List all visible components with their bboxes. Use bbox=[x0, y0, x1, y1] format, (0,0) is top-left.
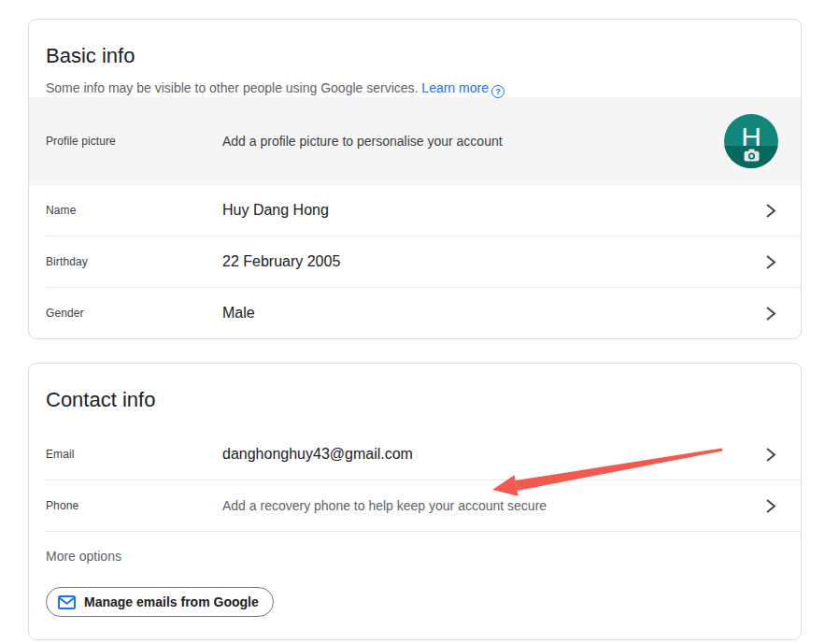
contact-info-header: Contact info bbox=[29, 364, 801, 429]
camera-icon bbox=[744, 149, 760, 165]
learn-more-link[interactable]: Learn more bbox=[421, 80, 489, 95]
more-options-link[interactable]: More options bbox=[46, 549, 121, 564]
basic-info-title: Basic info bbox=[46, 44, 784, 68]
basic-info-subtitle-text: Some info may be visible to other people… bbox=[46, 80, 418, 95]
chevron-right-icon bbox=[764, 254, 776, 270]
avatar[interactable]: H bbox=[724, 114, 778, 168]
email-row[interactable]: Email danghonghuy43@gmail.com bbox=[29, 429, 801, 479]
phone-value: Add a recovery phone to help keep your a… bbox=[222, 498, 764, 513]
basic-info-card: Basic info Some info may be visible to o… bbox=[28, 19, 802, 339]
profile-picture-value: Add a profile picture to personalise you… bbox=[222, 134, 724, 149]
contact-info-title: Contact info bbox=[46, 388, 784, 412]
phone-label: Phone bbox=[46, 499, 222, 512]
phone-row[interactable]: Phone Add a recovery phone to help keep … bbox=[29, 480, 801, 531]
chevron-right-icon bbox=[764, 306, 776, 322]
email-value: danghonghuy43@gmail.com bbox=[222, 446, 764, 463]
profile-picture-label: Profile picture bbox=[46, 135, 222, 148]
email-label: Email bbox=[46, 448, 222, 461]
name-row[interactable]: Name Huy Dang Hong bbox=[29, 185, 801, 236]
birthday-row[interactable]: Birthday 22 February 2005 bbox=[29, 236, 801, 287]
contact-info-card: Contact info Email danghonghuy43@gmail.c… bbox=[28, 363, 802, 640]
manage-emails-button[interactable]: Manage emails from Google bbox=[46, 587, 274, 617]
basic-info-subtitle: Some info may be visible to other people… bbox=[46, 79, 784, 98]
name-label: Name bbox=[46, 204, 222, 217]
basic-info-header: Basic info Some info may be visible to o… bbox=[29, 20, 801, 97]
chevron-right-icon bbox=[764, 498, 776, 514]
name-value: Huy Dang Hong bbox=[222, 202, 764, 219]
profile-picture-row[interactable]: Profile picture Add a profile picture to… bbox=[29, 97, 801, 185]
chevron-right-icon bbox=[764, 203, 776, 219]
envelope-icon bbox=[58, 595, 76, 609]
gender-row[interactable]: Gender Male bbox=[29, 288, 801, 338]
manage-emails-button-label: Manage emails from Google bbox=[84, 594, 259, 609]
gender-label: Gender bbox=[46, 307, 222, 320]
chevron-right-icon bbox=[764, 447, 776, 463]
birthday-value: 22 February 2005 bbox=[222, 253, 764, 270]
birthday-label: Birthday bbox=[46, 255, 222, 268]
help-icon[interactable] bbox=[491, 85, 505, 98]
gender-value: Male bbox=[222, 305, 764, 322]
avatar-camera-band bbox=[724, 146, 778, 168]
